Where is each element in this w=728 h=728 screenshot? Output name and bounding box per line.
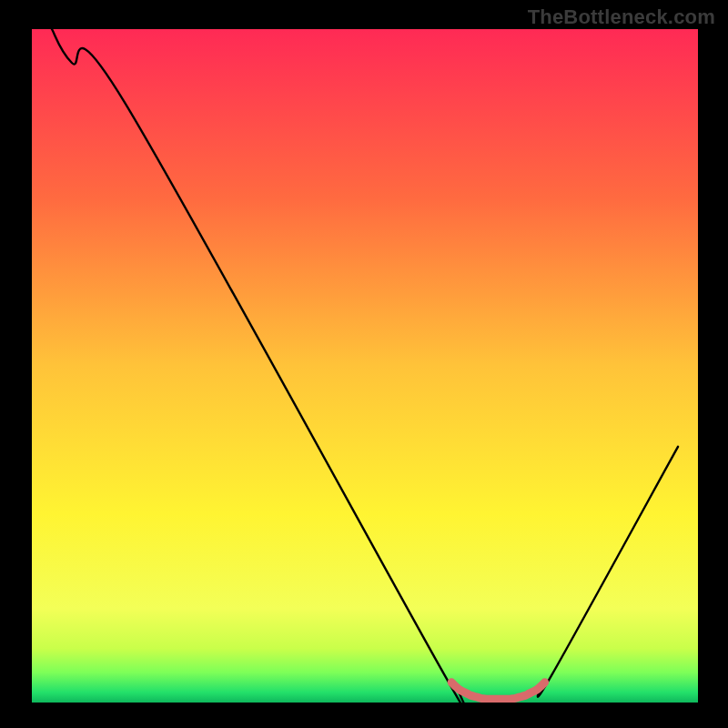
- bottleneck-chart: [0, 0, 728, 728]
- plot-background: [32, 29, 698, 703]
- watermark-text: TheBottleneck.com: [528, 5, 715, 29]
- chart-stage: TheBottleneck.com: [0, 0, 728, 728]
